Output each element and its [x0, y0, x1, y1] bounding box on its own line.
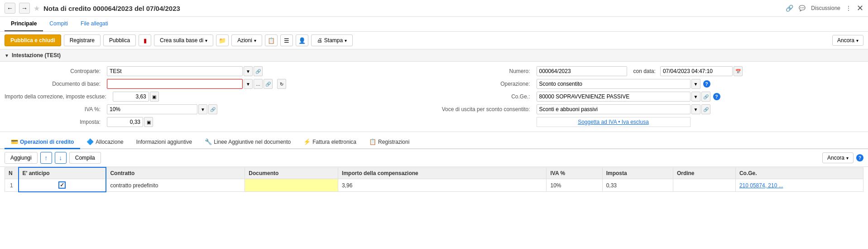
voce-dropdown[interactable]: ▼ — [691, 104, 700, 114]
sub-help[interactable]: ? — [856, 154, 863, 161]
aggiungi-button[interactable]: Aggiungi — [5, 152, 38, 164]
stamp-button[interactable]: 🖨 Stampa — [311, 34, 353, 46]
up-arrow-button[interactable]: ↑ — [40, 152, 52, 164]
soggetta-link[interactable]: Soggetta ad IVA • Iva esclusa — [578, 119, 649, 125]
tab-compiti[interactable]: Compiti — [43, 17, 74, 31]
soggetta-row: Soggetta ad IVA • Iva esclusa — [434, 117, 855, 127]
close-button[interactable]: ✕ — [857, 3, 863, 13]
documento-input[interactable] — [107, 79, 243, 89]
allocazione-icon: 🔷 — [86, 138, 94, 145]
publish-button[interactable]: Pubblica — [103, 34, 136, 46]
voce-input[interactable] — [537, 104, 691, 114]
title-actions: 🔗 💬 Discussione ⋮ ✕ — [786, 3, 863, 13]
documento-open[interactable]: 🔗 — [264, 79, 273, 89]
data-input[interactable] — [660, 66, 733, 76]
compila-button[interactable]: Compila — [69, 152, 101, 164]
importo-input[interactable] — [113, 92, 149, 102]
controparte-label: Controparte: — [5, 68, 104, 74]
coge-dropdown[interactable]: ▼ — [691, 92, 700, 102]
ancora-button[interactable]: Ancora — [832, 35, 863, 46]
calendar-icon[interactable]: 📅 — [734, 66, 743, 76]
person-icon-button[interactable]: 👤 — [296, 34, 308, 46]
folder-icon-button[interactable]: 📁 — [216, 34, 229, 46]
importo-calc[interactable]: ▣ — [150, 92, 159, 102]
table-row: 1 contratto predefinito 3,96 10% 0,33 21… — [5, 179, 863, 192]
copy-icon-button[interactable]: 📋 — [265, 34, 278, 46]
publish-close-button[interactable]: Pubblica e chiudi — [5, 34, 61, 46]
cell-anticipo[interactable] — [19, 179, 106, 192]
controparte-input[interactable] — [107, 66, 243, 76]
documento-ellipsis[interactable]: … — [254, 79, 263, 89]
numero-row: Numero: con data: 📅 — [434, 66, 855, 76]
imposta-label: Imposta: — [5, 119, 104, 125]
col-importo: Importo della compensazione — [338, 167, 547, 179]
tab-informazioni[interactable]: Informazioni aggiuntive — [130, 136, 198, 149]
tab-linee[interactable]: 🔧 Linee Aggiuntive nel documento — [198, 136, 297, 149]
back-button[interactable]: ← — [5, 3, 15, 14]
documento-dropdown[interactable]: ▼ — [244, 79, 253, 89]
register-button[interactable]: Registrare — [64, 34, 101, 46]
table-container: N E' anticipo Contratto Documento Import… — [0, 167, 868, 197]
col-coge: Co.Ge. — [735, 167, 863, 179]
coge-open[interactable]: 🔗 — [701, 92, 710, 102]
tab-principale[interactable]: Principale — [5, 17, 43, 31]
col-contratto: Contratto — [106, 167, 245, 179]
tab-allocazione[interactable]: 🔷 Allocazione — [80, 136, 129, 149]
imposta-input-group: ▣ — [107, 117, 153, 127]
numero-input[interactable] — [537, 66, 627, 76]
table-header: N E' anticipo Contratto Documento Import… — [5, 167, 863, 179]
cell-coge[interactable]: 210 05874, 210 ... — [735, 179, 863, 192]
tab-file-allegati[interactable]: File allegati — [74, 17, 115, 31]
voce-open[interactable]: 🔗 — [701, 104, 710, 114]
cell-contratto: contratto predefinito — [106, 179, 245, 192]
anticipo-checkbox[interactable] — [58, 181, 66, 189]
sub-ancora-button[interactable]: Ancora — [822, 152, 854, 163]
forward-button[interactable]: → — [19, 3, 30, 14]
form-right: Numero: con data: 📅 Operazione: ▼ ? Co.G… — [434, 66, 864, 127]
cell-ordine — [673, 179, 735, 192]
down-arrow-button[interactable]: ↓ — [55, 152, 67, 164]
link-icon[interactable]: 🔗 — [786, 5, 793, 12]
tab-operazioni-label: Operazioni di credito — [20, 139, 74, 145]
operazione-dropdown[interactable]: ▼ — [691, 79, 700, 89]
operazione-input[interactable] — [537, 79, 691, 89]
main-tab-bar: Principale Compiti File allegati — [0, 17, 868, 32]
actions-button[interactable]: Azioni — [231, 34, 262, 46]
documento-action[interactable]: ↻ — [277, 79, 286, 89]
coge-label: Co.Ge.: — [434, 93, 534, 100]
coge-link[interactable]: 210 05874, 210 ... — [739, 182, 783, 189]
coge-help[interactable]: ? — [713, 93, 720, 100]
operazione-label: Operazione: — [434, 81, 534, 87]
collapse-icon[interactable]: ▼ — [5, 53, 9, 58]
cell-documento[interactable] — [245, 179, 338, 192]
iva-row: IVA %: ▼ 🔗 — [5, 104, 425, 114]
red-icon-button[interactable]: ▮ — [139, 34, 151, 46]
iva-input[interactable] — [107, 104, 197, 114]
documento-row: Documento di base: ▼ … 🔗 ↻ — [5, 79, 425, 89]
more-icon[interactable]: ⋮ — [846, 5, 851, 11]
registrazioni-icon: 📋 — [369, 138, 376, 145]
iva-dropdown[interactable]: ▼ — [198, 104, 207, 114]
section-header: ▼ Intestazione (TESt) — [0, 49, 868, 62]
sub-tab-bar: 💳 Operazioni di credito 🔷 Allocazione In… — [0, 136, 868, 149]
tab-registrazioni[interactable]: 📋 Registrazioni — [363, 136, 416, 149]
favorite-icon[interactable]: ★ — [34, 4, 40, 13]
discussion-label[interactable]: Discussione — [811, 5, 840, 11]
operations-table: N E' anticipo Contratto Documento Import… — [5, 167, 863, 192]
imposta-calc[interactable]: ▣ — [144, 117, 153, 127]
imposta-input[interactable] — [107, 117, 143, 127]
col-documento: Documento — [245, 167, 338, 179]
tab-operazioni-credito[interactable]: 💳 Operazioni di credito — [5, 136, 80, 149]
operazione-help[interactable]: ? — [703, 80, 710, 88]
discussion-icon[interactable]: 💬 — [799, 5, 806, 11]
tab-fattura[interactable]: ⚡ Fattura elettronica — [297, 136, 363, 149]
create-based-button[interactable]: Crea sulla base di — [154, 34, 213, 46]
controparte-dropdown[interactable]: ▼ — [244, 66, 253, 76]
importo-label: Importo della correzione, imposte esclus… — [5, 93, 110, 100]
table-icon-button[interactable]: ☰ — [280, 34, 293, 46]
operazioni-icon: 💳 — [11, 138, 18, 145]
coge-input[interactable] — [537, 92, 691, 102]
iva-open[interactable]: 🔗 — [208, 104, 217, 114]
controparte-open[interactable]: 🔗 — [254, 66, 263, 76]
col-ordine: Ordine — [673, 167, 735, 179]
